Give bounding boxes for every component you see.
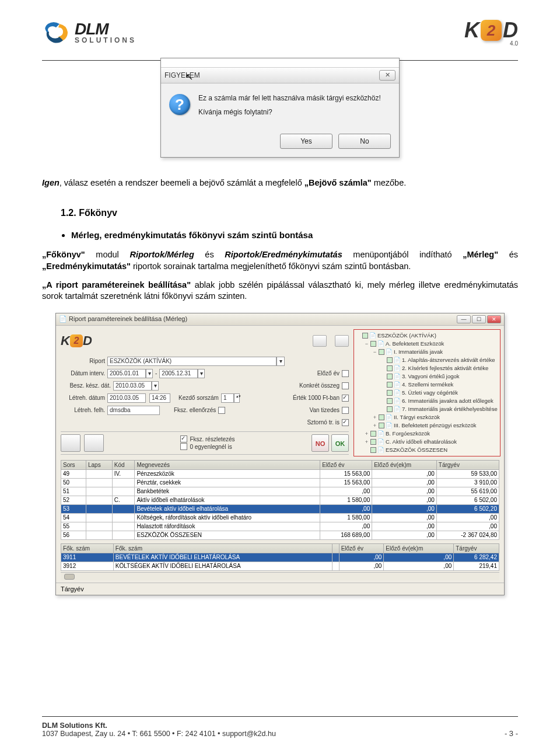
expand-icon[interactable]: + <box>364 431 369 437</box>
tree-checkbox[interactable] <box>362 333 368 339</box>
table-row[interactable]: 53Bevételek aktív időbeli elhatárolása,0… <box>61 504 499 513</box>
tree-checkbox[interactable] <box>370 447 376 453</box>
table-row[interactable]: 3911BEVÉTELEK AKTÍV IDŐBELI ELHATÁROLÁSA… <box>61 553 499 562</box>
kezdo-input[interactable]: 1 <box>221 393 234 403</box>
konkret-checkbox[interactable] <box>342 382 349 389</box>
datum-from-input[interactable]: 2005.01.01 <box>107 369 146 378</box>
tree-checkbox[interactable] <box>387 406 393 412</box>
tree-panel: 📄ESZKÖZÖK (AKTÍVÁK)−📄A. Befektetett Eszk… <box>354 329 501 456</box>
egyenleg-checkbox[interactable] <box>180 443 187 450</box>
no-button[interactable]: NO <box>312 434 329 452</box>
action-icon-2[interactable] <box>84 434 104 452</box>
toolbar-icon-1[interactable] <box>313 335 327 347</box>
elozo-ev-checkbox[interactable] <box>342 370 349 377</box>
footer-rule <box>42 716 518 717</box>
tree-item[interactable]: 📄2. Kísérleti fejlesztés aktivált értéke <box>356 364 498 372</box>
column-header[interactable]: Előző év(ek)m <box>372 460 437 469</box>
table-cell: 15 563,00 <box>320 469 372 478</box>
column-header[interactable]: Megnevezés <box>135 460 320 469</box>
tree-item[interactable]: 📄4. Szellemi termékek <box>356 381 498 389</box>
dropdown-icon[interactable]: ▾ <box>152 381 159 391</box>
yes-button[interactable]: Yes <box>280 134 332 149</box>
close-button[interactable]: ✕ <box>487 315 501 323</box>
minimize-button[interactable]: — <box>457 315 471 323</box>
column-header[interactable]: Laps <box>86 460 112 469</box>
expand-icon[interactable]: + <box>364 439 369 445</box>
letreh-date-input[interactable]: 2010.03.05 <box>107 393 146 403</box>
tree-checkbox[interactable] <box>387 382 393 388</box>
letreh-felh-input[interactable]: dmsdba <box>107 406 160 415</box>
tree-item[interactable]: 📄5. Üzleti vagy cégérték <box>356 389 498 397</box>
table-cell: C. <box>112 496 135 504</box>
dropdown-icon[interactable]: ▾ <box>146 369 153 378</box>
tree-checkbox[interactable] <box>370 431 376 437</box>
action-icon-1[interactable] <box>61 434 80 452</box>
table-row[interactable]: 54Költségek, ráfordítások aktív időbeli … <box>61 513 499 522</box>
tree-item[interactable]: +📄B. Forgóeszközök <box>356 430 498 438</box>
fksz-resz-checkbox[interactable] <box>180 435 187 442</box>
close-button[interactable]: ✕ <box>379 70 396 81</box>
column-header[interactable]: Előző év <box>339 543 384 553</box>
table-row[interactable]: 55Halasztott ráfordítások,00,00,00 <box>61 522 499 531</box>
tree-checkbox[interactable] <box>379 349 384 355</box>
toolbar-icon-2[interactable] <box>335 335 349 347</box>
table-row[interactable]: 3912KÖLTSÉGEK AKTÍV IDŐBELI ELHATÁROLÁSA… <box>61 562 499 570</box>
ertek1000-checkbox[interactable] <box>342 395 349 402</box>
besz-date-input[interactable]: 2010.03.05 <box>113 381 152 391</box>
riport-select[interactable]: ESZKÖZÖK (AKTÍVÁK) <box>107 357 276 366</box>
tree-checkbox[interactable] <box>387 374 393 379</box>
maximize-button[interactable]: ☐ <box>472 315 486 323</box>
horizontal-scrollbar[interactable] <box>61 572 499 580</box>
tree-item[interactable]: −📄I. Immateriális javak <box>356 348 498 356</box>
table-row[interactable]: 50Pénztár, csekkek15 563,00,003 910,00 <box>61 478 499 487</box>
tree-item[interactable]: +📄II. Tárgyi eszközök <box>356 413 498 421</box>
table-row[interactable]: 56ESZKÖZÖK ÖSSZESEN168 689,00,00-2 367 0… <box>61 531 499 539</box>
tree-item[interactable]: 📄ESZKÖZÖK ÖSSZESEN <box>356 446 498 454</box>
column-header[interactable]: Előző év(ek)m <box>384 543 454 553</box>
tree-item[interactable]: +📄C. Aktív időbeli elhatárolások <box>356 438 498 446</box>
tree-item[interactable]: 📄ESZKÖZÖK (AKTÍVÁK) <box>356 332 498 340</box>
tree-item[interactable]: 📄1. Alapítás-átszervezés aktivált értéke <box>356 356 498 364</box>
column-header[interactable] <box>332 543 339 553</box>
tree-checkbox[interactable] <box>370 341 376 347</box>
tree-checkbox[interactable] <box>370 439 376 445</box>
expand-icon[interactable]: + <box>372 414 377 420</box>
datum-to-input[interactable]: 2005.12.31 <box>159 369 198 378</box>
tree-checkbox[interactable] <box>379 414 384 420</box>
tree-item[interactable]: 📄6. Immateriális javakra adott előlegek <box>356 397 498 405</box>
table-row[interactable]: 52C.Aktív időbeli elhatárolások1 580,00,… <box>61 496 499 504</box>
van-tizedes-checkbox[interactable] <box>342 407 349 414</box>
column-header[interactable]: Sors <box>61 460 86 469</box>
tree-item[interactable]: +📄III. Befektetett pénzügyi eszközök <box>356 421 498 430</box>
expand-icon[interactable]: − <box>372 349 377 355</box>
column-header[interactable]: Előző év <box>320 460 372 469</box>
table-cell: ,00 <box>320 487 372 496</box>
folder-icon: 📄 <box>386 348 393 355</box>
spinner-icon[interactable]: ▴▾ <box>234 393 240 403</box>
tree-checkbox[interactable] <box>387 398 393 404</box>
expand-icon[interactable]: + <box>372 423 377 428</box>
fksz-ell-checkbox[interactable] <box>218 407 225 414</box>
dropdown-icon[interactable]: ▾ <box>198 369 205 378</box>
tree-checkbox[interactable] <box>387 357 393 363</box>
column-header[interactable]: Kód <box>112 460 135 469</box>
column-header[interactable]: Tárgyév <box>436 460 499 469</box>
column-header[interactable]: Fők. szám <box>113 543 332 553</box>
tree-checkbox[interactable] <box>387 390 393 396</box>
table-row[interactable]: 49IV.Pénzeszközök15 563,00,0059 533,00 <box>61 469 499 478</box>
no-button[interactable]: No <box>338 134 391 149</box>
expand-icon[interactable]: − <box>364 341 369 347</box>
table-row[interactable]: 51Bankbetétek,00,0055 619,00 <box>61 487 499 496</box>
column-header[interactable]: Tárgyév <box>454 543 499 553</box>
sztorno-checkbox[interactable] <box>342 419 349 426</box>
tree-item[interactable]: 📄7. Immateriális javak értékhelyesbítése <box>356 405 498 413</box>
tree-checkbox[interactable] <box>387 365 393 371</box>
dropdown-icon[interactable]: ▾ <box>276 357 285 366</box>
tree-item[interactable]: −📄A. Befektetett Eszközök <box>356 340 498 348</box>
table-cell: 3 910,00 <box>436 478 499 487</box>
tree-checkbox[interactable] <box>379 423 384 428</box>
column-header[interactable]: Fők. szám <box>61 543 114 553</box>
tree-item[interactable]: 📄3. Vagyoni értékű jogok <box>356 372 498 381</box>
letreh-time-input[interactable]: 14:26 <box>149 393 170 403</box>
ok-button[interactable]: OK <box>331 434 349 452</box>
